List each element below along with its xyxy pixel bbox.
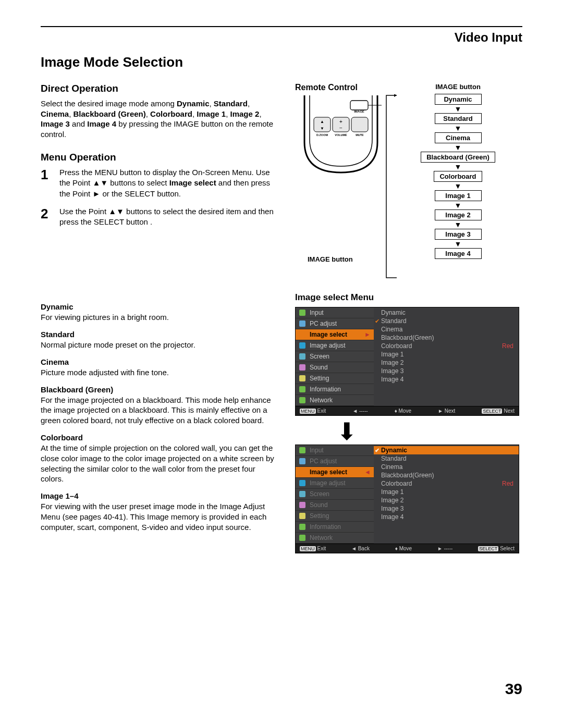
osd-nav-item[interactable]: Image select►	[296, 329, 374, 340]
mode-term: Blackboard (Green)	[41, 385, 280, 394]
svg-rect-29	[299, 513, 305, 519]
svg-rect-19	[299, 364, 305, 371]
osd-nav-item[interactable]: Network	[296, 395, 374, 406]
osd-panel: InputPC adjustImage select◄Image adjustS…	[295, 445, 519, 553]
osd-nav-item[interactable]: Setting	[296, 511, 374, 522]
svg-rect-23	[299, 447, 305, 453]
osd-nav-item[interactable]: Image select◄	[296, 467, 374, 478]
svg-text:+: +	[339, 119, 342, 125]
osd-option[interactable]: ✔Dynamic	[374, 446, 519, 454]
osd-option[interactable]: Standard	[374, 454, 519, 463]
flow-arrow-icon: ▼	[455, 144, 462, 151]
osd-option[interactable]: Image 2	[374, 496, 519, 504]
image-button-caption: IMAGE button	[308, 255, 353, 263]
direct-operation-text: Select the desired image mode among Dyna…	[41, 98, 280, 139]
svg-rect-16	[299, 331, 305, 338]
flow-arrow-icon: ▼	[455, 221, 462, 228]
svg-rect-21	[299, 386, 305, 392]
direct-operation-heading: Direct Operation	[41, 83, 280, 94]
osd-option[interactable]: Blackboard(Green)	[374, 471, 519, 479]
osd-nav-item[interactable]: Input	[296, 445, 374, 456]
down-arrow-icon: ⬇	[337, 422, 522, 441]
svg-rect-0	[350, 101, 368, 110]
osd-option[interactable]: Image 3	[374, 367, 519, 375]
section-header: Video Input	[41, 30, 522, 45]
osd-option[interactable]: Image 4	[374, 375, 519, 384]
flow-arrow-icon: ▼	[455, 125, 462, 132]
step-number: 2	[41, 206, 51, 228]
svg-rect-31	[299, 535, 305, 541]
svg-rect-14	[299, 310, 305, 316]
mode-desc: Normal picture mode preset on the projec…	[41, 340, 280, 350]
svg-rect-27	[299, 491, 305, 497]
osd-nav-item[interactable]: Setting	[296, 373, 374, 384]
svg-rect-15	[299, 320, 305, 327]
flow-box: Image 1	[435, 190, 482, 201]
svg-rect-10	[351, 117, 368, 132]
osd-option[interactable]: Blackboard(Green)	[374, 334, 519, 342]
step-number: 1	[41, 167, 51, 199]
step-body: Use the Point ▲▼ buttons to select the d…	[59, 206, 280, 228]
svg-rect-18	[299, 353, 305, 360]
svg-rect-30	[299, 524, 305, 530]
osd-option[interactable]: Cinema	[374, 463, 519, 471]
osd-option[interactable]: ✔Standard	[374, 317, 519, 325]
flow-box: Cinema	[435, 132, 482, 143]
osd-nav-item[interactable]: Screen	[296, 351, 374, 362]
osd-option[interactable]: Cinema	[374, 325, 519, 334]
osd-nav-item[interactable]: Sound	[296, 362, 374, 373]
flow-box: Image 3	[435, 229, 482, 240]
step-body: Press the MENU button to display the On-…	[59, 167, 280, 199]
svg-rect-26	[299, 480, 305, 486]
chevron-icon: ◄	[364, 468, 371, 476]
osd-option[interactable]: ColorboardRed	[374, 479, 519, 488]
osd-option[interactable]: ColorboardRed	[374, 342, 519, 350]
svg-text:IMAGE: IMAGE	[354, 110, 364, 113]
page-title: Image Mode Selection	[41, 54, 522, 70]
osd-panel: InputPC adjustImage select►Image adjustS…	[295, 307, 519, 416]
svg-rect-20	[299, 375, 305, 381]
osd-nav-item[interactable]: Network	[296, 533, 374, 544]
svg-rect-22	[299, 397, 305, 403]
osd-option[interactable]: Image 4	[374, 513, 519, 521]
flow-arrow-icon: ▼	[455, 105, 462, 113]
svg-text:▼: ▼	[320, 126, 324, 131]
flow-title: IMAGE button	[394, 83, 522, 91]
osd-nav-item[interactable]: Image adjust	[296, 340, 374, 351]
osd-nav-item[interactable]: Sound	[296, 500, 374, 511]
svg-text:VOLUME: VOLUME	[335, 133, 347, 137]
chevron-icon: ►	[364, 331, 371, 338]
osd-nav-item[interactable]: Information	[296, 522, 374, 533]
check-icon: ✔	[375, 447, 380, 454]
osd-nav-item[interactable]: Image adjust	[296, 478, 374, 489]
svg-rect-25	[299, 469, 305, 475]
flow-arrow-icon: ▼	[455, 202, 462, 209]
osd-option[interactable]: Image 1	[374, 350, 519, 359]
flow-box: Image 2	[435, 209, 482, 220]
osd-nav-item[interactable]: Screen	[296, 489, 374, 500]
mode-desc: For the image projected on a blackboard.…	[41, 395, 280, 426]
osd-nav-item[interactable]: Input	[296, 307, 374, 318]
menu-operation-heading: Menu Operation	[41, 152, 280, 163]
osd-option[interactable]: Dynamic	[374, 309, 519, 317]
osd-nav-item[interactable]: Information	[296, 384, 374, 395]
svg-text:▲: ▲	[320, 119, 324, 124]
remote-control-heading: Remote Control	[295, 83, 386, 92]
osd-nav-item[interactable]: PC adjust	[296, 456, 374, 467]
osd-option[interactable]: Image 1	[374, 488, 519, 496]
osd-nav-item[interactable]: PC adjust	[296, 318, 374, 329]
svg-text:−: −	[339, 125, 342, 131]
osd-footer: MENUExit◄ Back♦ Move► -----SELECTSelect	[296, 544, 519, 553]
osd-option[interactable]: Image 3	[374, 504, 519, 513]
flow-box: Dynamic	[435, 94, 482, 105]
check-icon: ✔	[375, 318, 380, 325]
osd-option[interactable]: Image 2	[374, 359, 519, 367]
mode-term: Colorboard	[41, 433, 280, 442]
osd-footer: MENUExit◄ -----♦ Move► NextSELECTNext	[296, 406, 519, 415]
mode-term: Dynamic	[41, 302, 280, 311]
flow-box: Standard	[435, 113, 482, 124]
flow-arrow-icon: ▼	[455, 182, 462, 190]
osd-heading: Image select Menu	[295, 292, 522, 303]
mode-term: Image 1–4	[41, 491, 280, 500]
flow-arrow-icon: ▼	[455, 240, 462, 248]
